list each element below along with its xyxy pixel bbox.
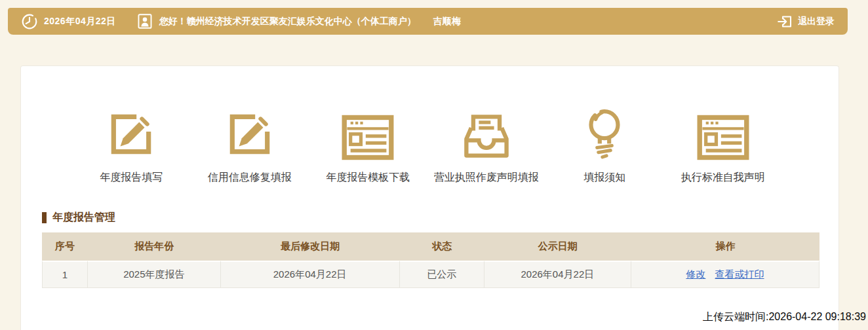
logout-button[interactable]: 退出登录 <box>777 14 835 29</box>
cell-publish: 2026年04月22日 <box>484 261 631 288</box>
top-bar: 2026年04月22日 您好！赣州经济技术开发区聚友汇娱乐文化中心（个体工商户）… <box>8 8 848 35</box>
inbox-icon <box>462 103 511 160</box>
col-status: 状态 <box>400 232 484 261</box>
cell-status: 已公示 <box>400 261 484 288</box>
action-label: 年度报告模板下载 <box>326 171 410 185</box>
action-license-cancellation[interactable]: 营业执照作废声明填报 <box>427 103 546 185</box>
col-seq: 序号 <box>42 232 88 261</box>
modify-link[interactable]: 修改 <box>686 268 705 280</box>
action-annual-report-fill[interactable]: 年度报告填写 <box>72 103 191 185</box>
current-date: 2026年04月22日 <box>44 16 116 28</box>
lightbulb-icon <box>587 103 622 160</box>
cell-actions: 修改 查看或打印 <box>631 261 819 288</box>
table-row: 1 2025年度报告 2026年04月22日 已公示 2026年04月22日 修… <box>42 261 819 288</box>
cell-year: 2025年度报告 <box>88 261 221 288</box>
webpage-icon <box>342 103 394 160</box>
main-panel: 年度报告填写 信用信息修复填报 <box>20 65 839 330</box>
user-badge-icon <box>137 12 153 30</box>
table-header-row: 序号 报告年份 最后修改日期 状态 公示日期 操作 <box>42 232 819 261</box>
col-modified: 最后修改日期 <box>221 232 400 261</box>
cell-modified: 2026年04月22日 <box>221 261 400 288</box>
action-label: 执行标准自我声明 <box>681 171 765 185</box>
webpage-icon <box>697 103 749 160</box>
clock-icon <box>21 13 38 30</box>
action-label: 营业执照作废声明填报 <box>434 171 539 185</box>
action-template-download[interactable]: 年度报告模板下载 <box>309 103 427 185</box>
action-standard-self-declaration[interactable]: 执行标准自我声明 <box>664 103 783 185</box>
logout-icon <box>777 14 793 29</box>
username: 吉顺梅 <box>433 16 461 28</box>
col-actions: 操作 <box>631 232 819 261</box>
action-filing-notice[interactable]: 填报须知 <box>545 103 664 185</box>
cell-seq: 1 <box>42 261 88 288</box>
logout-label: 退出登录 <box>798 16 835 28</box>
section-title: 年度报告管理 <box>52 211 115 225</box>
edit-icon <box>106 103 157 160</box>
greeting-text: 您好！赣州经济技术开发区聚友汇娱乐文化中心（个体工商户） <box>159 16 416 28</box>
col-year: 报告年份 <box>88 232 221 261</box>
annual-report-table: 序号 报告年份 最后修改日期 状态 公示日期 操作 1 2025年度报告 202… <box>42 232 819 288</box>
upload-cloud-time: 上传云端时间:2026-04-22 09:18:39 <box>703 310 866 324</box>
quick-actions-row: 年度报告填写 信用信息修复填报 <box>21 66 838 185</box>
view-or-print-link[interactable]: 查看或打印 <box>715 268 764 280</box>
section-header: 年度报告管理 <box>42 211 838 225</box>
action-label: 年度报告填写 <box>100 171 163 185</box>
action-label: 填报须知 <box>583 171 625 185</box>
action-label: 信用信息修复填报 <box>208 171 292 185</box>
edit-icon <box>224 103 275 160</box>
col-publish: 公示日期 <box>484 232 631 261</box>
action-credit-repair[interactable]: 信用信息修复填报 <box>191 103 309 185</box>
section-marker <box>42 212 47 223</box>
